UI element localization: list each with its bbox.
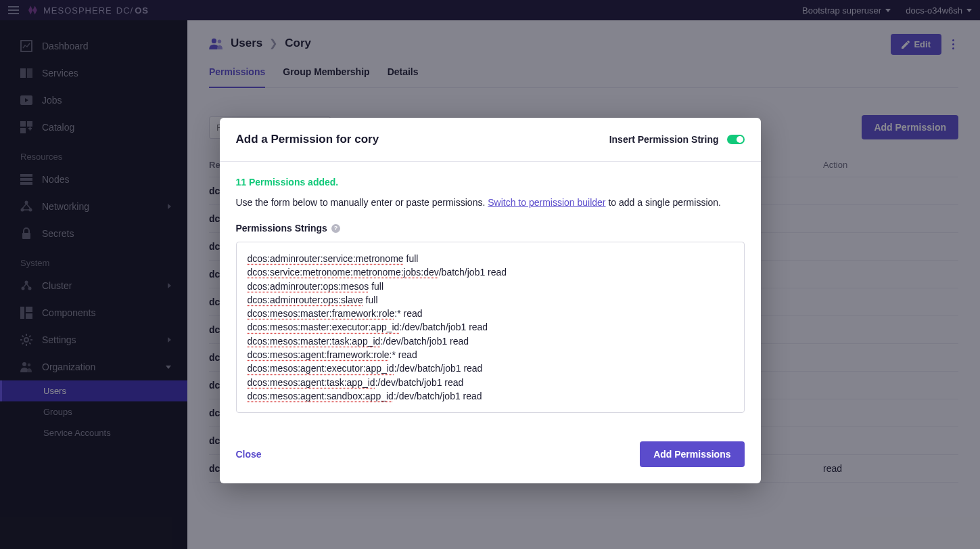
modal-overlay[interactable]: Add a Permission for cory Insert Permiss… <box>0 0 980 549</box>
switch-builder-link[interactable]: Switch to permission builder <box>488 197 605 208</box>
insert-string-toggle[interactable] <box>727 135 745 144</box>
modal-title: Add a Permission for cory <box>236 133 379 146</box>
toggle-wrap: Insert Permission String <box>609 134 745 145</box>
toggle-label: Insert Permission String <box>609 134 719 145</box>
modal-body: 11 Permissions added. Use the form below… <box>220 162 761 428</box>
permissions-textarea[interactable]: dcos:adminrouter:service:metronome fulld… <box>236 242 745 413</box>
field-label: Permissions Strings ? <box>236 223 745 234</box>
add-permission-modal: Add a Permission for cory Insert Permiss… <box>220 118 761 483</box>
help-text: Use the form below to manually enter or … <box>236 197 745 208</box>
help-icon[interactable]: ? <box>331 224 340 233</box>
success-message: 11 Permissions added. <box>236 177 745 188</box>
add-permissions-button[interactable]: Add Permissions <box>640 441 744 467</box>
modal-footer: Close Add Permissions <box>220 428 761 483</box>
close-button[interactable]: Close <box>236 449 262 460</box>
modal-header: Add a Permission for cory Insert Permiss… <box>220 118 761 162</box>
